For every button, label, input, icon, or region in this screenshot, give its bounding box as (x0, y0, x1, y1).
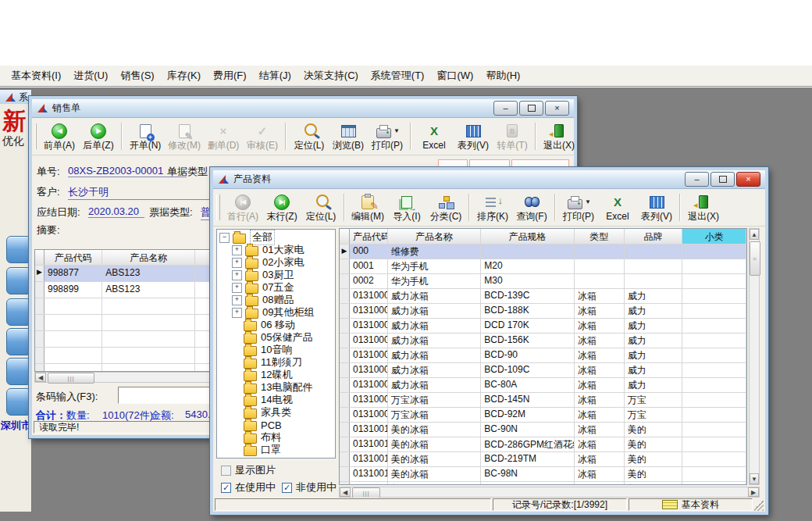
menu-item-1[interactable]: 基本资料(I) (5, 66, 67, 86)
row-selector[interactable] (340, 289, 350, 303)
menu-item-6[interactable]: 结算(J) (253, 66, 297, 86)
sales-excel-button[interactable]: XExcel (415, 120, 454, 153)
products-last-row-button[interactable]: ▶|末行(Z) (262, 191, 301, 224)
products-table-row-6[interactable]: 01310003威力冰箱DCD 170K冰箱威力 (340, 319, 746, 334)
products-table-row-17[interactable]: 01310014美的冰箱冰箱美的 (340, 482, 746, 485)
products-category-button[interactable]: 分类(C) (426, 191, 465, 224)
sales-window-maximize-button[interactable] (519, 101, 543, 116)
row-selector[interactable] (340, 378, 350, 392)
products-print-button[interactable]: ▼打印(P) (559, 191, 598, 224)
tree-item-14[interactable]: 家具类 (217, 406, 335, 419)
tree-item-11[interactable]: 12碟机 (217, 369, 335, 381)
not-in-use-filter[interactable]: ✓ 非使用中 (282, 480, 337, 494)
products-table-header-4[interactable]: 类型 (575, 229, 625, 244)
sales-print-dropdown-icon[interactable]: ▼ (394, 127, 400, 134)
sales-print-button[interactable]: ▼打印(P) (368, 120, 407, 153)
scroll-thumb[interactable]: ||| (48, 373, 94, 384)
tree-item-16[interactable]: 布料 (217, 431, 335, 444)
tree-item-8[interactable]: 05保健产品 (217, 331, 335, 344)
tree-item-2[interactable]: +02小家电 (217, 256, 335, 269)
show-image-filter[interactable]: 显示图片 (221, 463, 276, 477)
products-table-row-14[interactable]: 01310011美的冰箱BCD-286GPM红酒花纹冰箱美的 (340, 437, 746, 452)
products-import-button[interactable]: 导入(I) (387, 191, 426, 224)
row-selector[interactable] (340, 363, 350, 377)
in-use-filter[interactable]: ✓ 在使用中 (221, 480, 276, 494)
sales-window-titlebar[interactable]: 销售单 –× (32, 99, 574, 118)
tree-item-7[interactable]: 06 移动 (217, 319, 335, 331)
menu-item-2[interactable]: 进货(U) (67, 66, 114, 86)
products-window-titlebar[interactable]: 产品资料 –× (213, 170, 765, 189)
row-selector[interactable] (35, 364, 45, 372)
row-selector[interactable] (35, 331, 45, 347)
tree-item-15[interactable]: PCB (217, 419, 335, 431)
menu-item-7[interactable]: 决策支持(C) (297, 66, 365, 86)
products-query-button[interactable]: 查询(F) (512, 191, 551, 224)
products-table-row-13[interactable]: 01310010美的冰箱BC-90N冰箱美的 (340, 423, 746, 437)
scroll-up-icon[interactable]: ▲ (750, 229, 759, 240)
products-table-row-7[interactable]: 01310004威力冰箱BCD-156K冰箱威力 (340, 334, 746, 348)
row-selector[interactable] (35, 298, 45, 314)
products-table-header-1[interactable]: 产品代码 (350, 229, 388, 244)
row-selector[interactable] (340, 452, 350, 466)
row-selector[interactable] (35, 348, 45, 363)
products-table-header-5[interactable]: 品牌 (625, 229, 683, 244)
row-selector[interactable] (340, 334, 350, 348)
products-table-row-9[interactable]: 01310006威力冰箱BCD-109C冰箱威力 (340, 363, 746, 378)
row-selector[interactable] (340, 437, 350, 451)
sales-locate-button[interactable]: 定位(L) (290, 120, 329, 153)
products-table-header-2[interactable]: 产品名称 (388, 229, 482, 244)
menu-item-10[interactable]: 帮助(H) (479, 66, 526, 86)
row-selector[interactable] (340, 348, 350, 362)
products-table-row-4[interactable]: 01310001威力冰箱BCD-139C冰箱威力 (340, 289, 746, 304)
sidebar-shortcut-button-4[interactable] (6, 328, 31, 355)
sales-browse-button[interactable]: 浏览(B) (329, 120, 368, 153)
products-columns-button[interactable]: 表列(V) (637, 191, 676, 224)
row-selector[interactable] (340, 408, 350, 422)
products-locate-button[interactable]: 定位(L) (301, 191, 340, 224)
sidebar-shortcut-button-6[interactable] (6, 388, 31, 416)
sidebar-shortcut-button-5[interactable] (6, 358, 31, 385)
menu-item-8[interactable]: 系统管理(T) (365, 66, 431, 86)
menu-item-5[interactable]: 费用(F) (207, 66, 253, 86)
sales-next-order-button[interactable]: ▶后单(Z) (79, 120, 118, 153)
sales-window-minimize-button[interactable]: – (493, 101, 518, 116)
in-use-checkbox[interactable]: ✓ (221, 483, 231, 493)
scroll-thumb[interactable]: ||| (352, 487, 380, 498)
products-table-row-10[interactable]: 01310007威力冰箱BC-80A冰箱威力 (340, 378, 746, 393)
sidebar-shortcut-button-1[interactable] (6, 236, 31, 263)
products-edit-button[interactable]: 编辑(M) (348, 191, 387, 224)
products-excel-button[interactable]: XExcel (598, 191, 637, 224)
products-table-header-3[interactable]: 产品规格 (481, 229, 575, 244)
products-window-minimize-button[interactable]: – (685, 172, 709, 187)
menu-item-9[interactable]: 窗口(W) (430, 66, 479, 86)
sidebar-shortcut-button-2[interactable] (6, 267, 31, 294)
scroll-left-icon[interactable]: ◀ (35, 373, 46, 382)
tree-root-item[interactable]: −全部 (217, 231, 335, 244)
row-selector[interactable] (340, 467, 350, 481)
row-selector[interactable] (340, 319, 350, 333)
scroll-left-icon[interactable]: ◀ (340, 487, 351, 497)
scroll-down-icon[interactable]: ▼ (750, 473, 759, 484)
products-table-vscrollbar[interactable]: ▲ = ▼ (749, 228, 760, 485)
tree-item-4[interactable]: +07五金 (217, 281, 335, 294)
expand-icon[interactable]: + (232, 283, 242, 293)
sales-grid-header-2[interactable]: 产品名称 (102, 250, 195, 265)
scroll-thumb[interactable]: = (750, 241, 760, 276)
row-selector[interactable] (340, 274, 350, 288)
expand-icon[interactable]: + (232, 270, 242, 280)
products-table-header-6[interactable]: 小类 (682, 229, 746, 244)
expand-icon[interactable]: + (232, 258, 242, 268)
sales-window-close-button[interactable]: × (545, 101, 569, 116)
not-in-use-checkbox[interactable]: ✓ (282, 483, 292, 493)
resize-grip[interactable] (754, 498, 764, 511)
products-window-maximize-button[interactable] (710, 172, 735, 187)
sidebar-shortcut-button-3[interactable] (6, 298, 31, 326)
row-selector[interactable] (340, 259, 350, 273)
expand-icon[interactable]: + (232, 295, 242, 305)
collapse-icon[interactable]: − (219, 233, 230, 243)
customer-value[interactable]: 长沙干明 (68, 185, 210, 200)
row-selector[interactable] (35, 282, 45, 298)
sales-prev-order-button[interactable]: ◀前单(A) (40, 120, 79, 153)
sales-grid-header-1[interactable]: 产品代码 (45, 250, 102, 265)
tree-item-3[interactable]: +03厨卫 (217, 269, 335, 281)
